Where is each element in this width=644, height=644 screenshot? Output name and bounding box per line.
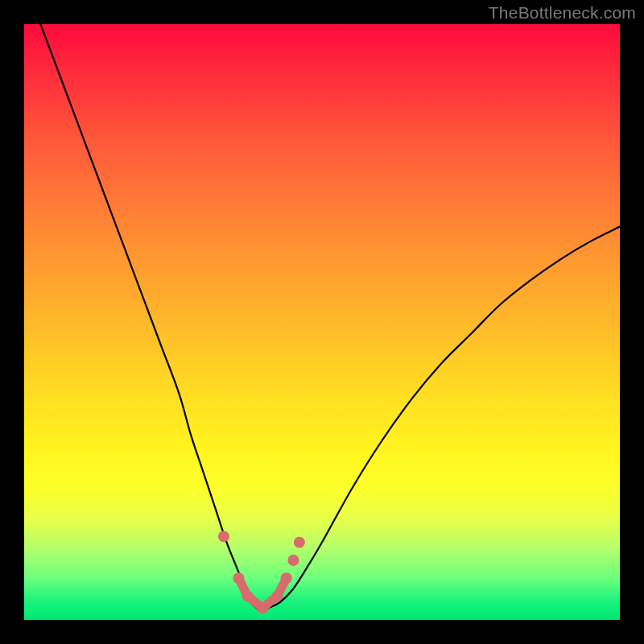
- plot-area: [24, 24, 620, 620]
- watermark-text: TheBottleneck.com: [489, 3, 636, 23]
- highlight-marker-dot: [294, 537, 305, 548]
- highlight-marker-dot: [242, 590, 254, 601]
- highlight-marker-dot: [287, 555, 299, 566]
- chart-frame: TheBottleneck.com: [0, 0, 644, 644]
- bottleneck-curve: [36, 24, 620, 611]
- highlight-marker-dot: [272, 590, 283, 601]
- highlight-marker-dot: [233, 572, 244, 584]
- highlight-marker-dot: [281, 572, 292, 584]
- bottleneck-curve-svg: [24, 24, 620, 620]
- highlight-marker-dot: [257, 602, 268, 613]
- highlight-marker-dot: [218, 530, 229, 542]
- highlight-marker-group: [218, 530, 305, 613]
